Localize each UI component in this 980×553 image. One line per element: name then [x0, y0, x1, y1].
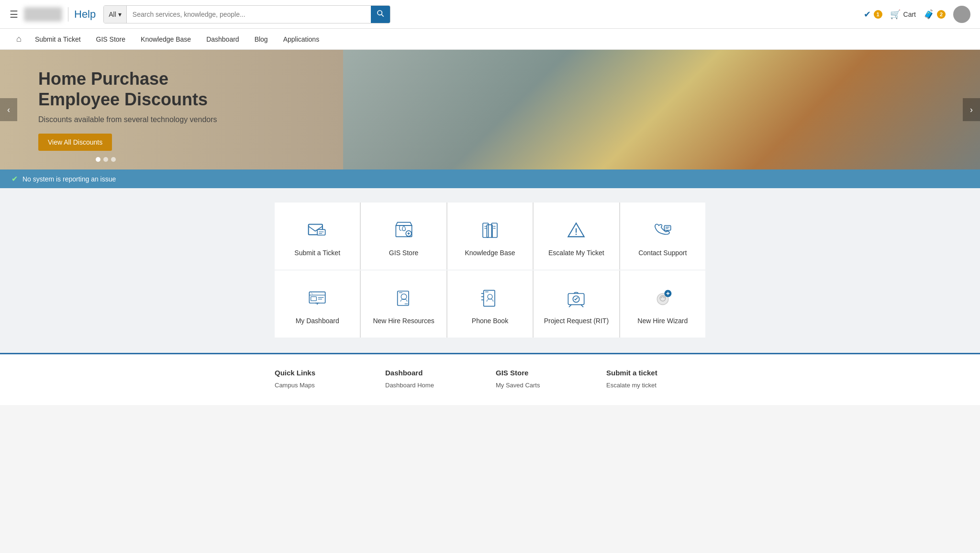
hero-dot-3[interactable] [111, 157, 116, 162]
card-submit-ticket-label: Submit a Ticket [294, 249, 340, 257]
hero-subtitle: Discounts available from several technol… [38, 115, 239, 124]
gis-store-icon [392, 218, 416, 242]
chevron-down-icon: ▾ [118, 11, 122, 18]
hero-next-button[interactable]: › [963, 98, 980, 121]
svg-rect-33 [484, 290, 495, 306]
card-my-dashboard[interactable]: My Dashboard [275, 271, 360, 338]
search-dropdown[interactable]: All ▾ [104, 6, 127, 23]
card-contact-support[interactable]: Contact Support [620, 203, 705, 270]
card-escalate-ticket[interactable]: Escalate My Ticket [534, 203, 619, 270]
card-gis-store[interactable]: GIS Store [361, 203, 446, 270]
footer-link-dashboard-home[interactable]: Dashboard Home [385, 382, 484, 389]
footer-col-gis-store-title: GIS Store [496, 369, 595, 377]
nav-applications[interactable]: Applications [277, 29, 326, 50]
hero-banner: ‹ Home Purchase Employee Discounts Disco… [0, 50, 980, 169]
cart-item[interactable]: 🛒 Cart [890, 9, 916, 20]
footer-col-submit-ticket: Submit a ticket Escalate my ticket [606, 369, 705, 391]
search-button[interactable] [371, 6, 390, 23]
card-escalate-ticket-label: Escalate My Ticket [548, 249, 604, 257]
card-submit-ticket[interactable]: Submit a Ticket [275, 203, 360, 270]
escalate-ticket-icon [564, 218, 588, 242]
card-new-hire-resources-label: New Hire Resources [373, 317, 434, 325]
cart-icon: 🛒 [890, 9, 901, 20]
svg-point-34 [488, 294, 492, 299]
footer-link-campus-maps[interactable]: Campus Maps [275, 382, 374, 389]
card-project-request-label: Project Request (RIT) [544, 317, 609, 325]
card-project-request[interactable]: Project Request (RIT) [534, 271, 619, 338]
card-phone-book-label: Phone Book [472, 317, 508, 325]
nav: ⌂ Submit a Ticket GIS Store Knowledge Ba… [0, 29, 980, 50]
phone-book-icon [478, 286, 502, 310]
orders-icon: 🧳 [924, 9, 934, 20]
header-left: ☰ Help [10, 7, 96, 22]
new-hire-resources-icon [392, 286, 416, 310]
card-knowledge-base[interactable]: Knowledge Base [447, 203, 533, 270]
svg-rect-24 [311, 297, 317, 301]
status-bar: ✔ No system is reporting an issue [0, 169, 980, 188]
card-phone-book[interactable]: Phone Book [447, 271, 533, 338]
card-new-hire-wizard-label: New Hire Wizard [637, 317, 688, 325]
contact-support-icon [651, 218, 675, 242]
svg-line-1 [381, 14, 384, 17]
hero-dots [96, 157, 116, 162]
hamburger-icon[interactable]: ☰ [10, 9, 18, 20]
hero-prev-button[interactable]: ‹ [0, 98, 17, 121]
notification-badge: 1 [874, 10, 882, 19]
svg-rect-3 [317, 229, 325, 235]
footer-col-gis-store: GIS Store My Saved Carts [496, 369, 595, 391]
svg-rect-10 [483, 223, 489, 237]
footer: Quick Links Campus Maps Dashboard Dashbo… [0, 353, 980, 405]
status-message: No system is reporting an issue [22, 175, 116, 183]
nav-home-icon[interactable]: ⌂ [11, 34, 26, 44]
hero-title: Home Purchase Employee Discounts [38, 68, 239, 110]
nav-blog[interactable]: Blog [248, 29, 275, 50]
footer-col-dashboard-title: Dashboard [385, 369, 484, 377]
nav-gis-store[interactable]: GIS Store [89, 29, 132, 50]
footer-link-escalate-my-ticket[interactable]: Escalate my ticket [606, 382, 705, 389]
footer-col-dashboard: Dashboard Dashboard Home [385, 369, 484, 391]
footer-col-quick-links: Quick Links Campus Maps [275, 369, 374, 391]
view-discounts-button[interactable]: View All Discounts [38, 134, 112, 151]
card-knowledge-base-label: Knowledge Base [465, 249, 515, 257]
project-request-icon [564, 286, 588, 310]
orders-badge: 2 [937, 10, 946, 19]
search-dropdown-label: All [109, 11, 116, 18]
cards-row-2: My Dashboard New Hire Resources [275, 271, 705, 338]
svg-rect-29 [397, 291, 408, 305]
search-input[interactable] [127, 6, 371, 23]
header-right: ✔ 1 🛒 Cart 🧳 2 [864, 6, 970, 23]
submit-ticket-icon [305, 218, 329, 242]
hero-dot-2[interactable] [103, 157, 108, 162]
status-check-icon: ✔ [11, 174, 18, 183]
cards-row-1: Submit a Ticket GIS Store [275, 203, 705, 270]
logo [24, 7, 62, 22]
check-circle-icon: ✔ [864, 9, 871, 20]
nav-knowledge-base[interactable]: Knowledge Base [134, 29, 198, 50]
card-new-hire-resources[interactable]: New Hire Resources [361, 271, 446, 338]
card-gis-store-label: GIS Store [389, 249, 418, 257]
nav-dashboard[interactable]: Dashboard [200, 29, 246, 50]
hero-background-image [343, 50, 980, 169]
main-content: Submit a Ticket GIS Store [0, 188, 980, 353]
search-bar: All ▾ [103, 5, 390, 23]
hero-dot-1[interactable] [96, 157, 100, 162]
divider [68, 7, 68, 22]
svg-rect-19 [664, 226, 670, 230]
footer-col-submit-ticket-title: Submit a ticket [606, 369, 705, 377]
card-my-dashboard-label: My Dashboard [296, 317, 339, 325]
avatar[interactable] [953, 6, 970, 23]
svg-point-0 [378, 11, 382, 15]
search-icon [377, 10, 384, 19]
card-new-hire-wizard[interactable]: New Hire Wizard [620, 271, 705, 338]
notifications-item[interactable]: ✔ 1 [864, 9, 882, 20]
footer-link-my-saved-carts[interactable]: My Saved Carts [496, 382, 595, 389]
hero-content: Home Purchase Employee Discounts Discoun… [0, 54, 278, 165]
orders-item[interactable]: 🧳 2 [924, 9, 946, 20]
knowledge-base-icon [478, 218, 502, 242]
footer-col-quick-links-title: Quick Links [275, 369, 374, 377]
card-contact-support-label: Contact Support [638, 249, 687, 257]
help-title: Help [74, 8, 96, 21]
nav-submit-ticket[interactable]: Submit a Ticket [28, 29, 88, 50]
footer-columns: Quick Links Campus Maps Dashboard Dashbo… [275, 369, 705, 391]
cart-label: Cart [903, 11, 916, 18]
